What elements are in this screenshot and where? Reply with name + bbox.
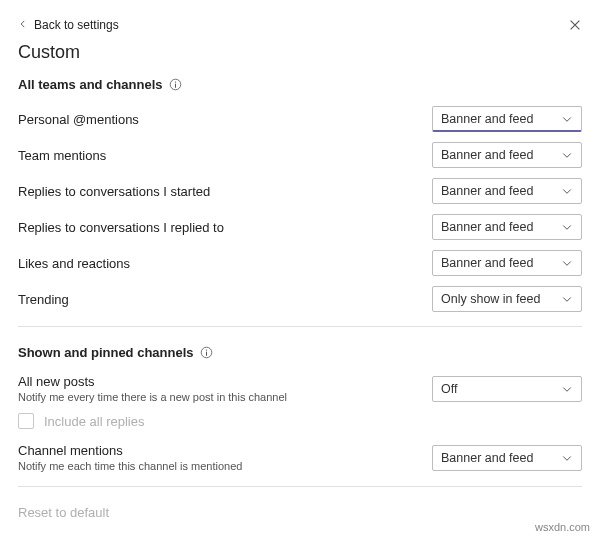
row-all-new-posts: All new posts Notify me every time there… bbox=[18, 374, 582, 403]
row-trending: Trending Only show in feed bbox=[18, 286, 582, 312]
svg-point-1 bbox=[174, 81, 175, 82]
back-to-settings-link[interactable]: Back to settings bbox=[18, 18, 582, 32]
chevron-down-icon bbox=[561, 383, 573, 395]
row-sublabel: Notify me each time this channel is ment… bbox=[18, 460, 242, 472]
row-label: Replies to conversations I replied to bbox=[18, 220, 224, 235]
include-replies-label: Include all replies bbox=[44, 414, 144, 429]
row-label: All new posts bbox=[18, 374, 287, 389]
chevron-left-icon bbox=[18, 18, 28, 32]
watermark: wsxdn.com bbox=[535, 521, 590, 533]
row-label: Trending bbox=[18, 292, 69, 307]
row-label: Channel mentions bbox=[18, 443, 242, 458]
select-personal-mentions[interactable]: Banner and feed bbox=[432, 106, 582, 132]
chevron-down-icon bbox=[561, 221, 573, 233]
row-label: Team mentions bbox=[18, 148, 106, 163]
chevron-down-icon bbox=[561, 185, 573, 197]
chevron-down-icon bbox=[561, 293, 573, 305]
row-label: Likes and reactions bbox=[18, 256, 130, 271]
select-replies-replied[interactable]: Banner and feed bbox=[432, 214, 582, 240]
reset-to-default-button[interactable]: Reset to default bbox=[18, 505, 582, 520]
section-heading-text: All teams and channels bbox=[18, 77, 163, 92]
back-label: Back to settings bbox=[34, 18, 119, 32]
row-sublabel: Notify me every time there is a new post… bbox=[18, 391, 287, 403]
row-personal-mentions: Personal @mentions Banner and feed bbox=[18, 106, 582, 132]
row-label: Replies to conversations I started bbox=[18, 184, 210, 199]
row-replies-started: Replies to conversations I started Banne… bbox=[18, 178, 582, 204]
close-button[interactable] bbox=[568, 18, 582, 35]
row-channel-mentions: Channel mentions Notify me each time thi… bbox=[18, 443, 582, 472]
section-heading-text: Shown and pinned channels bbox=[18, 345, 194, 360]
row-include-replies: Include all replies bbox=[18, 413, 582, 429]
row-likes-reactions: Likes and reactions Banner and feed bbox=[18, 250, 582, 276]
select-team-mentions[interactable]: Banner and feed bbox=[432, 142, 582, 168]
divider bbox=[18, 486, 582, 487]
select-value: Off bbox=[441, 382, 457, 396]
divider bbox=[18, 326, 582, 327]
row-replies-replied: Replies to conversations I replied to Ba… bbox=[18, 214, 582, 240]
select-value: Banner and feed bbox=[441, 256, 533, 270]
select-replies-started[interactable]: Banner and feed bbox=[432, 178, 582, 204]
select-likes-reactions[interactable]: Banner and feed bbox=[432, 250, 582, 276]
page-title: Custom bbox=[18, 42, 582, 63]
close-icon bbox=[568, 18, 582, 32]
select-channel-mentions[interactable]: Banner and feed bbox=[432, 445, 582, 471]
select-value: Banner and feed bbox=[441, 220, 533, 234]
chevron-down-icon bbox=[561, 452, 573, 464]
select-all-new-posts[interactable]: Off bbox=[432, 376, 582, 402]
select-trending[interactable]: Only show in feed bbox=[432, 286, 582, 312]
chevron-down-icon bbox=[561, 149, 573, 161]
svg-rect-2 bbox=[175, 84, 176, 88]
info-icon[interactable] bbox=[200, 346, 213, 359]
select-value: Only show in feed bbox=[441, 292, 540, 306]
select-value: Banner and feed bbox=[441, 148, 533, 162]
chevron-down-icon bbox=[561, 113, 573, 125]
section-shown-pinned-heading: Shown and pinned channels bbox=[18, 345, 582, 360]
info-icon[interactable] bbox=[169, 78, 182, 91]
label-block: Channel mentions Notify me each time thi… bbox=[18, 443, 242, 472]
chevron-down-icon bbox=[561, 257, 573, 269]
label-block: All new posts Notify me every time there… bbox=[18, 374, 287, 403]
include-replies-checkbox[interactable] bbox=[18, 413, 34, 429]
select-value: Banner and feed bbox=[441, 112, 533, 126]
svg-point-4 bbox=[205, 349, 206, 350]
select-value: Banner and feed bbox=[441, 451, 533, 465]
row-team-mentions: Team mentions Banner and feed bbox=[18, 142, 582, 168]
section-all-teams-heading: All teams and channels bbox=[18, 77, 582, 92]
select-value: Banner and feed bbox=[441, 184, 533, 198]
svg-rect-5 bbox=[206, 352, 207, 356]
row-label: Personal @mentions bbox=[18, 112, 139, 127]
